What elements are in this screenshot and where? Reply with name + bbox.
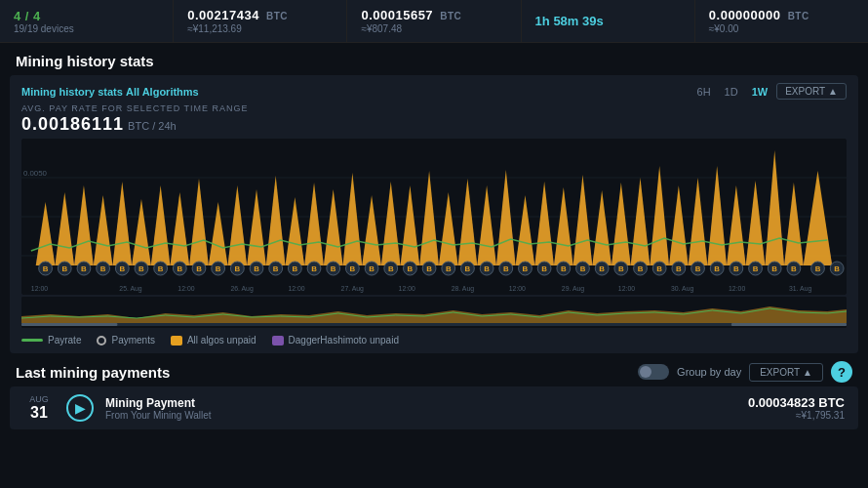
legend-all-algos-color bbox=[171, 336, 182, 346]
last-payments-header: Last mining payments Group by day EXPORT… bbox=[0, 353, 868, 386]
svg-text:28. Aug: 28. Aug bbox=[452, 285, 474, 293]
svg-text:B: B bbox=[388, 264, 394, 273]
svg-text:B: B bbox=[408, 264, 414, 273]
time-btn-6h[interactable]: 6H bbox=[692, 84, 716, 100]
svg-text:B: B bbox=[331, 264, 336, 273]
svg-text:B: B bbox=[234, 264, 240, 273]
top-stats-bar: 4 / 4 19/19 devices 0.00217434 BTC ≈¥11,… bbox=[0, 0, 868, 43]
svg-text:30. Aug: 30. Aug bbox=[671, 285, 693, 293]
svg-text:B: B bbox=[177, 264, 182, 273]
help-button[interactable]: ? bbox=[831, 361, 852, 383]
payrate-display: 0.00186111 BTC / 24h bbox=[21, 114, 847, 135]
svg-text:25. Aug: 25. Aug bbox=[119, 285, 141, 293]
export-button-payments[interactable]: EXPORT ▲ bbox=[749, 363, 823, 382]
stat-btc-2: 0.00015657 BTC ≈¥807.48 bbox=[347, 0, 521, 42]
svg-text:B: B bbox=[273, 264, 279, 273]
devices-sub: 19/19 devices bbox=[14, 23, 159, 34]
group-by-day: Group by day bbox=[638, 364, 741, 380]
btc3-sub: ≈¥0.00 bbox=[709, 23, 854, 34]
svg-text:B: B bbox=[656, 264, 662, 273]
svg-text:12:00: 12:00 bbox=[509, 285, 526, 292]
payrate-value: 0.00186111 bbox=[21, 114, 124, 135]
time-controls: 6H 1D 1W EXPORT ▲ bbox=[692, 83, 847, 100]
legend-all-algos: All algos unpaid bbox=[171, 335, 256, 346]
svg-text:B: B bbox=[676, 264, 682, 273]
svg-text:12:00: 12:00 bbox=[31, 285, 48, 292]
mining-history-header: Mining history stats All Algorithms 6H 1… bbox=[21, 83, 847, 100]
payment-day: 31 bbox=[30, 404, 48, 422]
svg-text:B: B bbox=[311, 264, 317, 273]
svg-text:26. Aug: 26. Aug bbox=[230, 285, 253, 293]
svg-text:B: B bbox=[43, 264, 49, 273]
svg-text:B: B bbox=[350, 264, 356, 273]
main-chart: 0.0050 bbox=[21, 139, 847, 295]
btc3-value: 0.00000000 BTC bbox=[709, 8, 854, 22]
stat-btc-3: 0.00000000 BTC ≈¥0.00 bbox=[695, 0, 868, 42]
svg-text:B: B bbox=[771, 264, 777, 273]
svg-text:B: B bbox=[523, 264, 529, 273]
payment-date: AUG 31 bbox=[23, 394, 55, 422]
svg-text:B: B bbox=[618, 264, 624, 273]
svg-text:B: B bbox=[791, 264, 797, 273]
legend-payments-icon bbox=[97, 336, 106, 346]
payment-amount: 0.00034823 BTC ≈¥1,795.31 bbox=[748, 395, 845, 421]
mining-history-section-title: Mining history stats bbox=[0, 43, 868, 75]
export-button-chart[interactable]: EXPORT ▲ bbox=[776, 83, 847, 100]
payment-month: AUG bbox=[29, 394, 49, 404]
chart-legend: Payrate Payments All algos unpaid Dagger… bbox=[21, 333, 847, 347]
time-btn-1d[interactable]: 1D bbox=[720, 84, 743, 100]
svg-text:B: B bbox=[196, 264, 202, 273]
btc2-value: 0.00015657 BTC bbox=[361, 8, 506, 22]
svg-text:B: B bbox=[369, 264, 375, 273]
btc1-value: 0.00217434 BTC bbox=[187, 8, 333, 22]
svg-rect-187 bbox=[21, 323, 847, 326]
btc1-sub: ≈¥11,213.69 bbox=[187, 23, 333, 34]
stat-btc-1: 0.00217434 BTC ≈¥11,213.69 bbox=[174, 0, 347, 42]
legend-payrate-color bbox=[21, 339, 43, 342]
svg-text:12:00: 12:00 bbox=[399, 285, 415, 292]
mini-chart bbox=[21, 297, 847, 328]
svg-text:B: B bbox=[503, 264, 509, 273]
svg-text:B: B bbox=[446, 264, 452, 273]
svg-text:12:00: 12:00 bbox=[618, 285, 635, 292]
svg-text:B: B bbox=[293, 264, 298, 273]
stat-time: 1h 58m 39s bbox=[522, 0, 695, 42]
svg-text:12:00: 12:00 bbox=[178, 285, 194, 292]
payrate-label: AVG. PAY RATE FOR SELECTED TIME RANGE bbox=[21, 103, 847, 113]
svg-text:0.0050: 0.0050 bbox=[23, 169, 48, 178]
stat-devices: 4 / 4 19/19 devices bbox=[0, 0, 174, 42]
svg-text:B: B bbox=[484, 264, 490, 273]
svg-text:B: B bbox=[61, 264, 67, 273]
legend-payrate: Payrate bbox=[21, 335, 81, 346]
svg-text:12:00: 12:00 bbox=[288, 285, 304, 292]
svg-text:B: B bbox=[158, 264, 164, 273]
svg-text:B: B bbox=[753, 264, 759, 273]
payment-fiat: ≈¥1,795.31 bbox=[748, 410, 845, 421]
svg-text:B: B bbox=[465, 264, 471, 273]
payment-info: Mining Payment From Your Mining Wallet bbox=[105, 396, 736, 421]
group-by-day-toggle[interactable] bbox=[638, 364, 669, 380]
time-btn-1w[interactable]: 1W bbox=[747, 84, 773, 100]
payment-row: AUG 31 ▶ Mining Payment From Your Mining… bbox=[10, 386, 858, 429]
header-actions: Group by day EXPORT ▲ ? bbox=[638, 361, 852, 383]
svg-text:27. Aug: 27. Aug bbox=[341, 285, 364, 293]
legend-dagger-color bbox=[272, 336, 284, 346]
toggle-knob bbox=[640, 366, 651, 378]
svg-text:B: B bbox=[714, 264, 720, 273]
svg-text:12:00: 12:00 bbox=[729, 285, 745, 292]
time-value: 1h 58m 39s bbox=[535, 14, 681, 28]
svg-text:31. Aug: 31. Aug bbox=[789, 285, 811, 293]
payment-icon: ▶ bbox=[66, 394, 94, 422]
svg-rect-189 bbox=[731, 323, 847, 326]
svg-text:B: B bbox=[638, 264, 644, 273]
last-payments-title: Last mining payments bbox=[16, 364, 170, 381]
svg-text:B: B bbox=[81, 264, 87, 273]
btc2-sub: ≈¥807.48 bbox=[361, 23, 506, 34]
svg-text:B: B bbox=[815, 264, 821, 273]
svg-rect-188 bbox=[21, 323, 117, 326]
svg-text:B: B bbox=[733, 264, 739, 273]
mining-history-container: Mining history stats All Algorithms 6H 1… bbox=[10, 75, 858, 353]
svg-text:B: B bbox=[834, 264, 840, 273]
legend-dagger: DaggerHashimoto unpaid bbox=[272, 335, 399, 346]
payrate-unit: BTC / 24h bbox=[128, 120, 177, 132]
